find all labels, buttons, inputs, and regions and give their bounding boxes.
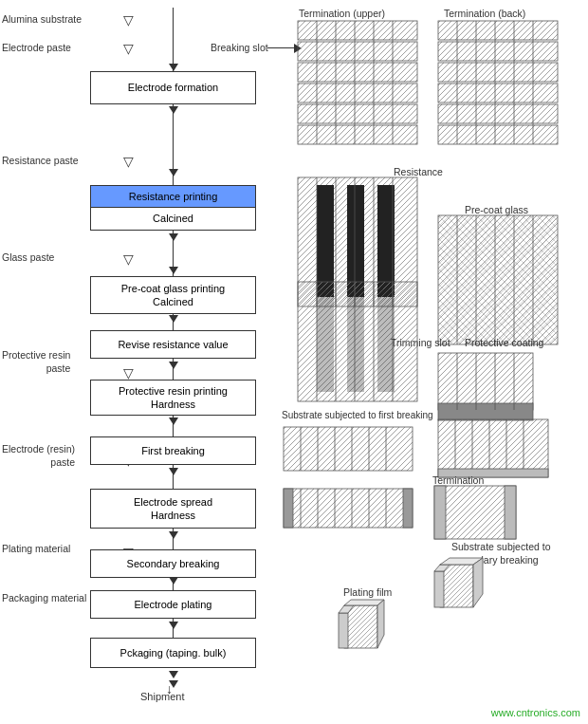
diagram-container: { "title": "Resistor Manufacturing Proce… <box>0 0 588 724</box>
box-resistance-printing: Resistance printing <box>90 185 256 208</box>
arrow-to-electrode-formation <box>169 64 178 71</box>
label-electrode-resin: Electrode (resin)paste <box>2 443 75 469</box>
box-revise-resistance: Revise resistance value <box>90 330 256 359</box>
svg-rect-13 <box>438 21 558 40</box>
arrow-to-resistance-printing <box>169 169 178 176</box>
funnel-electrode-paste: ▽ <box>123 41 134 56</box>
svg-electrode-spread <box>282 487 414 529</box>
svg-rect-14 <box>438 42 558 61</box>
box-first-breaking: First breaking <box>90 436 256 465</box>
svg-rect-95 <box>434 571 444 607</box>
box-electrode-spread: Electrode spread Hardness <box>90 489 256 529</box>
svg-marker-98 <box>473 558 483 607</box>
arrow-to-protective <box>169 362 178 369</box>
svg-secondary-break <box>432 550 485 617</box>
arrow-after-precoat <box>169 315 178 323</box>
label-protective-coating: Protective coating <box>465 337 543 348</box>
svg-rect-38 <box>438 215 558 344</box>
breaking-slot-line <box>267 47 296 48</box>
svg-rect-80 <box>284 489 413 528</box>
svg-rect-57 <box>438 353 533 410</box>
arrow-after-protective <box>169 418 178 425</box>
label-breaking-slot: Breaking slot <box>211 42 268 53</box>
svg-rect-50 <box>377 289 395 392</box>
funnel-protective-resin: ▽ <box>123 365 134 381</box>
label-plating-material: Plating material <box>2 543 70 554</box>
svg-rect-3 <box>298 63 417 82</box>
box-electrode-plating: Electrode plating <box>90 590 256 619</box>
svg-marker-104 <box>377 600 384 648</box>
svg-rect-88 <box>403 489 413 528</box>
svg-rect-16 <box>438 84 558 102</box>
svg-rect-101 <box>339 613 348 648</box>
svg-rect-91 <box>434 486 446 539</box>
svg-first-break-right <box>436 418 550 479</box>
arrow-after-electrode-plating <box>169 622 178 629</box>
svg-rect-87 <box>284 489 293 528</box>
svg-rect-18 <box>438 125 558 144</box>
svg-rect-6 <box>298 125 417 144</box>
svg-rect-49 <box>347 289 364 392</box>
watermark: www.cntronics.com <box>491 707 580 718</box>
label-shipment: Shipment <box>140 691 184 702</box>
box-calcined1: Calcined <box>90 208 256 231</box>
svg-first-break <box>282 425 414 473</box>
box-precoat-glass: Pre-coat glass printing Calcined <box>90 276 256 314</box>
label-termination-upper: Termination (upper) <box>299 8 385 19</box>
svg-rect-4 <box>298 84 417 102</box>
svg-termination-back <box>436 19 560 157</box>
svg-rect-15 <box>438 63 558 82</box>
svg-rect-64 <box>284 427 413 471</box>
svg-rect-2 <box>298 42 417 61</box>
svg-rect-5 <box>298 104 417 123</box>
arrow-after-secondary-break <box>169 577 178 585</box>
svg-trimming <box>296 280 419 403</box>
svg-rect-94 <box>440 565 473 607</box>
svg-rect-48 <box>317 289 334 392</box>
label-resistance-paste: Resistance paste <box>2 155 79 166</box>
label-first-break-substrate: Substrate subjected to first breaking <box>282 410 433 420</box>
label-protective-resin: Protective resinpaste <box>2 349 70 375</box>
box-secondary-breaking: Secondary breaking <box>90 549 256 578</box>
box-packaging: Pckaging (taping. bulk) <box>90 638 256 668</box>
svg-rect-1 <box>298 21 417 40</box>
arrow-after-calcined1 <box>169 233 178 241</box>
funnel-resistance-paste: ▽ <box>123 154 134 169</box>
label-alumina-substrate: Alumina substrate <box>2 13 82 25</box>
arrow-after-packaging <box>169 671 178 678</box>
arrow-after-electrode-formation <box>169 106 178 114</box>
arrow-after-first-break <box>169 468 178 475</box>
svg-precoat-glass <box>436 213 560 346</box>
label-glass-paste: Glass paste <box>2 251 54 263</box>
svg-rect-17 <box>438 104 558 123</box>
svg-rect-90 <box>434 486 516 539</box>
arrow-after-electrode-spread <box>169 531 178 539</box>
label-termination-back: Termination (back) <box>444 8 525 19</box>
svg-rect-92 <box>505 486 516 539</box>
arrow-to-precoat <box>169 267 178 274</box>
funnel-alumina: ▽ <box>123 12 134 28</box>
svg-plating-film <box>337 596 389 658</box>
label-electrode-paste: Electrode paste <box>2 42 71 53</box>
arrow-final: ↓ <box>166 681 173 696</box>
box-protective-resin-printing: Protective resin printing Hardness <box>90 380 256 416</box>
label-packaging-material: Packaging material <box>2 592 86 603</box>
box-electrode-formation: Electrode formation <box>90 71 256 104</box>
svg-termination-right <box>432 484 518 541</box>
funnel-glass-paste: ▽ <box>123 251 134 267</box>
svg-termination-upper <box>296 19 419 157</box>
